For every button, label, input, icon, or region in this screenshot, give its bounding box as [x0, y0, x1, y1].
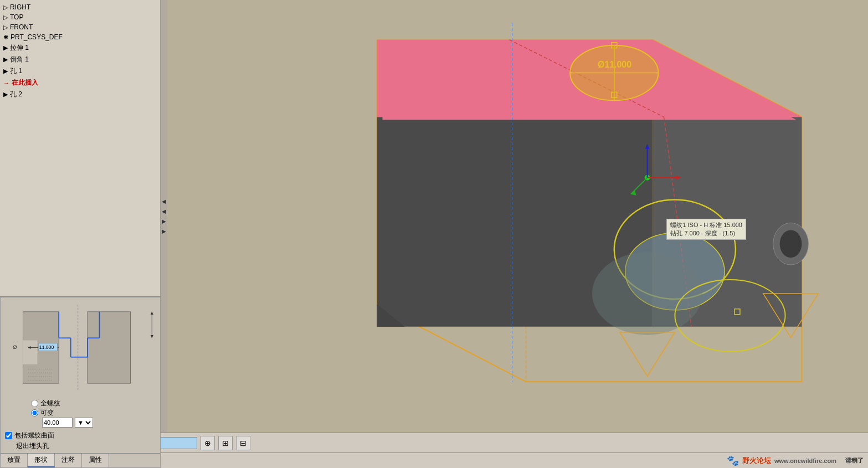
tree-item-extrude1[interactable]: ▶ 拉伸 1 [0, 42, 160, 54]
watermark-url: www.onewildfire.com [774, 457, 836, 464]
hole1-icon: ▶ [3, 68, 8, 75]
hole-dialog-panel: ∅ 11.000 [0, 296, 161, 433]
collapse-arrow-down1[interactable]: ▶ [162, 219, 166, 224]
tree-item-top[interactable]: ▷ TOP [0, 12, 160, 22]
tree-item-hole2[interactable]: ▶ 孔 2 [0, 89, 160, 100]
grid-icon: ⊞ [222, 439, 229, 448]
svg-rect-2 [23, 341, 38, 364]
extrude-icon: ▶ [3, 44, 8, 52]
plus-circle-icon: ⊕ [204, 439, 211, 448]
main-area: ▷ RIGHT ▷ TOP ▷ FRONT ✱ PRT_CSYS_DEF ▶ [0, 0, 868, 433]
radio-full-thread-row: 全螺纹 [31, 399, 156, 408]
toolbar-extra2-btn[interactable]: ⊞ [218, 436, 233, 450]
collapse-arrow-up2[interactable]: ◀ [162, 209, 166, 214]
thread-unit-select[interactable]: ▼ [75, 418, 93, 428]
tree-item-csys[interactable]: ✱ PRT_CSYS_DEF [0, 32, 160, 42]
tree-item-front[interactable]: ▷ FRONT [0, 22, 160, 32]
hole2-icon: ▶ [3, 91, 8, 98]
csys-icon: ✱ [3, 34, 8, 41]
toolbar-extra1-btn[interactable]: ⊕ [201, 436, 215, 450]
sidebar: ▷ RIGHT ▷ TOP ▷ FRONT ✱ PRT_CSYS_DEF ▶ [0, 0, 161, 433]
right-icon: ▷ [3, 4, 8, 11]
tree-item-right[interactable]: ▷ RIGHT [0, 2, 160, 12]
tree-item-chamfer1[interactable]: ▶ 倒角 1 [0, 54, 160, 65]
tree-item-hole1[interactable]: ▶ 孔 1 [0, 65, 160, 77]
status-notice: 请稍了 [845, 456, 864, 465]
svg-text:∅: ∅ [13, 344, 17, 350]
watermark-text: 野火论坛 [742, 456, 771, 466]
hole-sketch-area: ∅ 11.000 [1, 297, 160, 398]
minus-grid-icon: ⊟ [240, 439, 246, 448]
radio-full-thread-label: 全螺纹 [40, 399, 60, 408]
sidebar-container: ▷ RIGHT ▷ TOP ▷ FRONT ✱ PRT_CSYS_DEF ▶ [0, 0, 167, 433]
toolbar-extra3-btn[interactable]: ⊟ [236, 436, 250, 450]
thread-value-row: ▼ [42, 418, 156, 428]
sidebar-collapse-arrows[interactable]: ◀ ◀ ▶ ▶ [161, 0, 167, 433]
include-helix-checkbox[interactable] [5, 432, 12, 433]
include-helix-label: 包括螺纹曲面 [14, 431, 54, 433]
svg-point-47 [780, 230, 802, 258]
top-icon: ▷ [3, 14, 8, 21]
svg-rect-3 [88, 312, 131, 383]
viewport[interactable]: Ø11.000 [167, 0, 868, 433]
radio-variable-thread-label: 可变 [40, 408, 54, 418]
tree-item-insert[interactable]: → 在此插入 [0, 77, 160, 89]
front-icon: ▷ [3, 24, 8, 31]
include-helix-row: 包括螺纹曲面 [5, 431, 156, 433]
checkbox-area: 包括螺纹曲面 退出埋头孔 [1, 429, 160, 433]
watermark-icon: 🐾 [727, 455, 739, 467]
collapse-arrow-down2[interactable]: ▶ [162, 229, 166, 234]
svg-text:11.000: 11.000 [39, 344, 54, 350]
thread-value-input[interactable] [42, 418, 73, 428]
radio-variable-row: 可变 [31, 408, 156, 418]
chamfer-icon: ▶ [3, 56, 8, 63]
thread-options: 全螺纹 可变 ▼ [1, 398, 160, 429]
svg-text:Ø11.000: Ø11.000 [598, 60, 631, 69]
insert-icon: → [3, 80, 9, 86]
radio-full-thread[interactable] [31, 400, 38, 407]
collapse-arrow-up1[interactable]: ◀ [162, 199, 166, 204]
watermark: 🐾 野火论坛 www.onewildfire.com 请稍了 [727, 455, 864, 467]
radio-variable-thread[interactable] [31, 409, 38, 416]
